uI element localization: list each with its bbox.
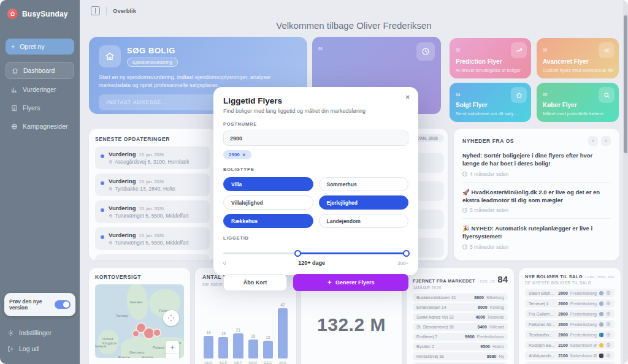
globe-icon[interactable]	[606, 301, 611, 306]
row-address: Abildgaardsgade 5	[529, 354, 556, 358]
map-label: Austria	[142, 355, 153, 358]
new-version-toggle[interactable]	[55, 300, 71, 309]
card-number: 02	[456, 48, 460, 52]
liggetid-slider[interactable]	[223, 249, 408, 257]
slider-label: LIGGETID	[223, 235, 408, 241]
slider-value-label: 120+ dage	[226, 260, 397, 266]
sidebar-collapse-icon[interactable]	[91, 6, 100, 15]
table-row[interactable]: Steen Blichers Vej...2000Frederiksberg	[525, 289, 615, 297]
zoom-out-button[interactable]: −	[166, 354, 179, 358]
table-row[interactable]: Ternevej 42000Frederiksberg	[525, 299, 615, 308]
listings-title-suffix: i 1301, 1500, 1620 ...	[585, 275, 615, 279]
update-address: Tunøvænget 5, 5500, Middelfart	[115, 213, 189, 219]
type-button-villalejlighed[interactable]: Villalejlighed	[223, 195, 313, 210]
update-item-partial	[95, 254, 210, 260]
removed-title: FJERNET FRA MARKEDET	[413, 278, 475, 284]
flyer-card-solgt[interactable]: 04 Solgt Flyer Send nabobreve om dit sal…	[450, 83, 531, 122]
card-number: 05	[543, 93, 547, 97]
close-icon[interactable]: ✕	[405, 94, 410, 100]
settings-button[interactable]: Indstillinger	[4, 325, 75, 341]
sidebar-item-flyers[interactable]: Flyers	[6, 100, 74, 116]
type-button-ejerlejlighed[interactable]: Ejerlejlighed	[319, 195, 409, 210]
table-row[interactable]: Elmevangen 146000Kolding	[413, 303, 508, 311]
create-new-button[interactable]: + Opret ny	[6, 39, 74, 55]
table-row[interactable]: Buskelundskoven 318600Silkeborg	[413, 294, 508, 301]
globe-icon[interactable]	[606, 332, 611, 337]
bar-value: 21	[236, 328, 240, 332]
liggetid-flyers-modal: ✕ Liggetid Flyers Find boliger med lang …	[213, 87, 418, 275]
globe-icon[interactable]	[606, 311, 611, 316]
table-row[interactable]: Horsensvej 388680Ry	[413, 352, 508, 360]
news-timestamp: 5 måneder siden	[470, 244, 508, 250]
row-zip: 2100	[558, 354, 568, 358]
removed-title-suffix: i 1301, 1500, 1620 ...	[478, 279, 495, 283]
globe-icon[interactable]	[606, 343, 611, 347]
logout-button[interactable]: Log ud	[4, 341, 75, 357]
sidebar-item-dashboard[interactable]: Dashboard	[6, 62, 74, 79]
type-button-raekkehus[interactable]: Rækkehus	[223, 214, 313, 228]
news-item[interactable]: 🎉 NYHED: Automatisk ruteplanlægger er li…	[462, 219, 611, 255]
news-item[interactable]: 🚀 HvadKosterMinBolig.dk 2.0 er live og d…	[462, 183, 611, 219]
zoom-in-button[interactable]: +	[166, 341, 179, 354]
news-item[interactable]: Nyhed: Sortér boligejere i dine flyers e…	[462, 146, 611, 183]
table-row[interactable]: Fru Gyllembourgs ...2000Frederiksberg	[525, 309, 615, 318]
flyer-card-avanceret[interactable]: 03 Avanceret Flyer Custom flyers med ava…	[537, 38, 619, 78]
type-button-villa[interactable]: Villa	[223, 177, 313, 191]
chevron-right-icon[interactable]: ›	[601, 136, 611, 146]
chevron-left-icon[interactable]: ‹	[588, 136, 598, 146]
listings-subtitle: DE NYESTE BOLIGER TIL SALG	[525, 281, 615, 285]
map-title: KORTOVERSIGT	[95, 274, 184, 280]
topbar: Overblik	[91, 6, 136, 15]
logout-icon	[7, 346, 14, 352]
generate-flyers-button[interactable]: ✦ Generer Flyers	[293, 274, 408, 291]
bar	[233, 333, 243, 358]
sidebar-item-label: Dashboard	[23, 67, 55, 74]
table-row[interactable]: Abildgaardsgade 52100København Ø	[525, 351, 615, 360]
globe-icon[interactable]	[606, 290, 611, 295]
update-item[interactable]: Vurdering15. jan. 2026 Tunøvænget 5, 550…	[95, 200, 210, 223]
row-city: Frederiksberg	[570, 333, 597, 337]
map-cluster-marker[interactable]	[132, 330, 140, 338]
slider-handle-max[interactable]	[403, 250, 410, 257]
table-row[interactable]: Tesdorpfsvej 832000Frederiksberg	[525, 330, 615, 339]
news-text: 🚀 HvadKosterMinBolig.dk 2.0 er live og d…	[462, 188, 611, 205]
map-pan-control[interactable]	[163, 310, 179, 326]
bar	[263, 341, 273, 358]
table-row[interactable]: St. Stendamsvej 183400Hillerød	[413, 323, 508, 331]
status-dot	[101, 154, 104, 158]
table-row[interactable]: Sankt Agnes Vej 334000Roskilde	[413, 313, 508, 321]
map-cluster-marker[interactable]	[153, 328, 161, 337]
flyer-card-koeber[interactable]: 05 Køber Flyer Målret mod potentielle kø…	[537, 83, 619, 122]
sparkle-icon: ✦	[327, 279, 332, 286]
table-row[interactable]: Bystien 29500Hobro	[413, 343, 508, 351]
divider	[106, 7, 107, 15]
open-map-button[interactable]: Åbn Kort	[223, 274, 287, 291]
scrollbar-thumb[interactable]	[624, 15, 627, 153]
page-scrollbar[interactable]	[623, 0, 628, 364]
globe-icon[interactable]	[606, 322, 611, 327]
map[interactable]: Sweden Norway Finland United Kingdom Ire…	[95, 284, 184, 358]
update-item[interactable]: Vurdering15. jan. 2026 Tyrsbakke 13, 284…	[95, 173, 210, 196]
table-row[interactable]: Emilievej 79900Frederikshavn	[413, 333, 508, 341]
table-row[interactable]: Sortedam Dosserin...2100København Ø	[525, 362, 615, 364]
row-address: Horsensvej 38	[416, 354, 484, 358]
type-button-landejendom[interactable]: Landejendom	[319, 214, 409, 228]
chip-remove-icon[interactable]: ✕	[242, 153, 246, 157]
sidebar-item-kampagnesider[interactable]: Kampagnesider	[6, 118, 74, 134]
status-dot	[101, 235, 104, 239]
table-row[interactable]: Falkoner Alle 114A2000Frederiksberg	[525, 320, 615, 328]
update-item[interactable]: Vurdering15. jan. 2026 Assegårdsvej 6, 3…	[95, 146, 210, 169]
news-timestamp: 4 måneder siden	[470, 171, 508, 177]
globe-icon[interactable]	[606, 353, 611, 358]
type-button-sommerhus[interactable]: Sommerhus	[319, 177, 409, 191]
table-row[interactable]: Rudolph Berghs Ga...2100København Ø	[525, 341, 615, 349]
postal-code-input[interactable]: 2900	[223, 131, 408, 146]
clock-icon	[462, 245, 467, 249]
card-title: Avanceret Flyer	[543, 58, 589, 65]
postal-chip[interactable]: 2900 ✕	[223, 150, 251, 159]
update-date: 15. jan. 2026	[139, 207, 164, 211]
slider-handle-min[interactable]	[294, 250, 301, 257]
update-item[interactable]: Vurdering15. jan. 2026 Tunøvænget 5, 550…	[95, 227, 210, 250]
sidebar-item-vurderinger[interactable]: Vurderinger	[6, 82, 74, 97]
flyer-card-prediction[interactable]: 02 Prediction Flyer AI-drevet forudsigel…	[450, 38, 531, 78]
